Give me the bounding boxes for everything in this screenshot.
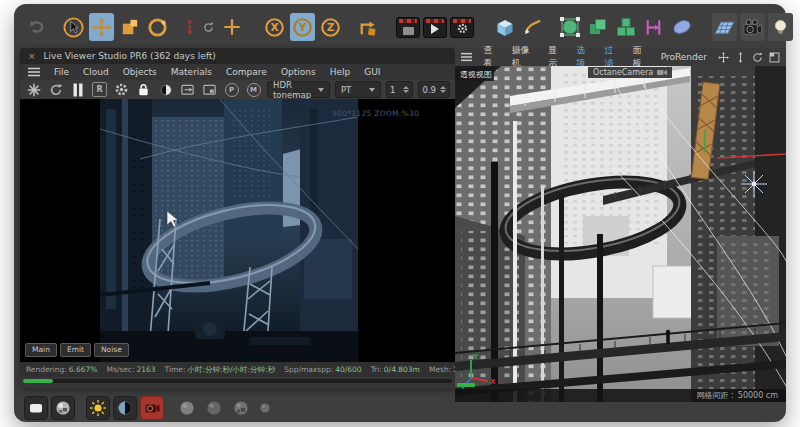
sphere-material-icon[interactable] [51, 396, 75, 420]
grid-spacing-bar: 网格间距 : 50000 cm [455, 389, 786, 402]
tab-noise[interactable]: Noise [94, 343, 129, 357]
svg-text:X: X [490, 378, 496, 386]
status-tri: Tri:0/4.803m [371, 365, 420, 374]
pan-icon[interactable] [718, 52, 729, 63]
render-view-area[interactable]: 900*1125 ZOOM:%30 Main Emit Noise [20, 99, 455, 362]
tonemap-value: HDR tonemap [273, 80, 313, 100]
refresh-psr-icon[interactable] [200, 13, 216, 41]
render-view-button[interactable] [396, 17, 420, 38]
render-progress-bar [23, 379, 452, 383]
application-stage: PSR X Y Z [0, 0, 800, 427]
passes-value: 1 [390, 85, 395, 95]
coordinate-system-icon[interactable] [355, 13, 380, 41]
render-info-text: 900*1125 ZOOM:%30 [332, 109, 419, 118]
y-axis-lock[interactable]: Y [290, 13, 315, 41]
cube-primitive-icon[interactable] [492, 13, 517, 41]
tab-emit[interactable]: Emit [60, 343, 91, 357]
live-selection-tool[interactable] [61, 13, 86, 41]
flat-material-icon[interactable] [24, 396, 48, 420]
material-picker-icon[interactable]: M [245, 82, 262, 98]
render-progress-fill [23, 379, 53, 383]
menu-objects[interactable]: Objects [123, 67, 157, 77]
render-picture-viewer-button[interactable] [423, 17, 447, 38]
lock-resolution-icon[interactable] [135, 82, 152, 98]
live-viewer-window: × Live Viewer Studio PR6 (362 days left)… [20, 48, 455, 388]
send-to-picture-viewer-icon[interactable] [179, 82, 196, 98]
rotate-tool[interactable] [145, 13, 170, 41]
psr-coordinates-icon[interactable]: PSR [182, 13, 197, 41]
restart-render-icon[interactable] [47, 82, 64, 98]
floor-icon[interactable] [712, 13, 737, 41]
rotate-view-icon[interactable] [752, 52, 763, 63]
hdri-environment-icon[interactable] [113, 396, 137, 420]
menu-options[interactable]: Options [281, 67, 316, 77]
octane-camera-icon[interactable] [140, 396, 164, 420]
copy-to-new-window-icon[interactable] [201, 82, 218, 98]
exposure-stepper[interactable]: 0.9 [418, 81, 450, 98]
clay-mode-icon[interactable] [157, 82, 174, 98]
extrude-icon[interactable] [585, 13, 610, 41]
subdivision-surface-icon[interactable] [557, 13, 582, 41]
pen-spline-icon[interactable] [520, 13, 545, 41]
sun-light-icon[interactable] [86, 396, 110, 420]
dolly-icon[interactable] [735, 52, 746, 63]
axis-x-letter: X [270, 21, 278, 33]
move-tool[interactable] [89, 13, 114, 41]
bottom-dock [24, 396, 274, 420]
camera-object-label[interactable]: OctaneCamera [588, 67, 672, 78]
tab-main[interactable]: Main [25, 343, 57, 357]
kernel-value: PT [341, 85, 351, 95]
render-image[interactable] [100, 99, 358, 362]
light-icon[interactable] [768, 13, 793, 41]
focus-picker-icon[interactable]: P [223, 82, 240, 98]
camera-icon[interactable] [740, 13, 765, 41]
chevron-down-icon [318, 88, 324, 92]
menu-gui[interactable]: GUI [364, 67, 380, 77]
live-viewer-toolbar: R P M HDR tonemap PT 1 0.9 [20, 80, 455, 99]
status-mssec: Ms/sec:2163 [106, 365, 155, 374]
ellipsoid-icon[interactable] [669, 13, 694, 41]
material-disabled-1-icon[interactable] [175, 396, 199, 420]
z-axis-lock[interactable]: Z [318, 13, 343, 41]
vp-menu-prorender[interactable]: ProRender [661, 52, 707, 62]
main-toolbar: PSR X Y Z [24, 8, 776, 46]
window-title: Live Viewer Studio PR6 (362 days left) [44, 51, 216, 61]
material-disabled-2-icon[interactable] [202, 396, 226, 420]
material-disabled-3-icon[interactable] [229, 396, 253, 420]
add-axis-icon[interactable] [219, 13, 244, 41]
material-disabled-small-icon[interactable] [256, 399, 274, 417]
render-settings-button[interactable] [450, 17, 474, 38]
spline-constraint-icon[interactable] [641, 13, 666, 41]
viewport-nav-controls [718, 52, 780, 63]
viewport-progress-bar [457, 383, 475, 387]
menu-file[interactable]: File [54, 67, 69, 77]
grid-spacing-label: 网格间距 : [697, 390, 734, 401]
region-render-icon[interactable]: R [91, 82, 108, 98]
kernel-select[interactable]: PT [335, 81, 381, 98]
menu-compare[interactable]: Compare [226, 67, 267, 77]
x-axis-lock[interactable]: X [262, 13, 287, 41]
undo-icon[interactable] [24, 13, 49, 41]
svg-text:Y: Y [472, 353, 479, 361]
hamburger-icon[interactable] [461, 52, 472, 62]
menu-materials[interactable]: Materials [171, 67, 212, 77]
maximize-view-icon[interactable] [769, 52, 780, 63]
scale-tool[interactable] [117, 13, 142, 41]
camera-tag-icon [657, 69, 667, 76]
viewport-menubar: 查看 摄像机 显示 选项 过滤 面板 ProRender [455, 48, 786, 66]
svg-text:Y: Y [298, 21, 307, 33]
menu-help[interactable]: Help [330, 67, 351, 77]
passes-stepper[interactable]: 1 [386, 81, 414, 98]
pause-icon[interactable] [69, 82, 86, 98]
spark-icon[interactable] [25, 82, 42, 98]
close-icon[interactable]: × [28, 51, 36, 61]
viewport-canvas[interactable]: Y X 透视视图 OctaneCamera 网格间距 : 50000 cm [455, 66, 786, 402]
menu-cloud[interactable]: Cloud [83, 67, 109, 77]
status-spp: Spp/maxspp:40/600 [284, 365, 362, 374]
view-type-label[interactable]: 透视视图 [456, 68, 494, 81]
cloner-icon[interactable] [613, 13, 638, 41]
live-viewer-titlebar[interactable]: × Live Viewer Studio PR6 (362 days left) [20, 48, 455, 64]
tonemap-select[interactable]: HDR tonemap [267, 81, 330, 98]
settings-gear-icon[interactable] [113, 82, 130, 98]
hamburger-icon[interactable] [28, 67, 40, 77]
